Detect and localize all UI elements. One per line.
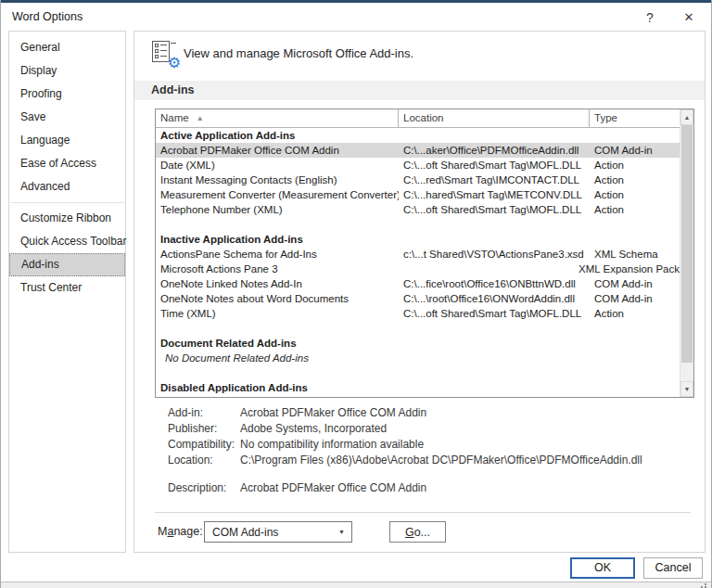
table-header-row: Name▲LocationType (156, 109, 680, 128)
table-group-row: Document Related Add-ins (156, 336, 680, 351)
column-header-type[interactable]: Type (590, 109, 680, 127)
cell-name: Acrobat PDFMaker Office COM Addin (156, 143, 399, 158)
word-options-dialog: Word Options ? ✕ GeneralDisplayProofingS… (0, 0, 712, 588)
sidebar-item-display[interactable]: Display (9, 59, 125, 83)
close-icon[interactable]: ✕ (678, 7, 700, 28)
gear-icon: ⚙ (168, 56, 181, 70)
cell-type: COM Add-in (590, 276, 680, 291)
group-header-label: Inactive Application Add-ins (156, 232, 680, 247)
cell-name: ActionsPane Schema for Add-Ins (156, 247, 399, 262)
sidebar-item-customize-ribbon[interactable]: Customize Ribbon (9, 207, 125, 230)
column-header-name[interactable]: Name▲ (156, 109, 399, 127)
table-row[interactable]: OneNote Linked Notes Add-InC:\...fice\ro… (156, 276, 680, 291)
cell-type: Action (590, 306, 680, 321)
column-header-location[interactable]: Location (399, 109, 590, 127)
sidebar-item-add-ins[interactable]: Add-ins (9, 253, 125, 276)
cell-name: Instant Messaging Contacts (English) (156, 173, 399, 187)
sidebar-item-general[interactable]: General (9, 36, 125, 59)
group-header-label: Document Related Add-ins (156, 336, 680, 351)
sidebar-separator (10, 202, 124, 203)
cell-type: Action (590, 158, 680, 173)
sidebar-item-proofing[interactable]: Proofing (9, 83, 125, 106)
sidebar-item-quick-access-toolbar[interactable]: Quick Access Toolbar (9, 230, 125, 253)
detail-row-compatibility: Compatibility:No compatibility informati… (168, 437, 642, 453)
group-header-label: Disabled Application Add-ins (156, 380, 680, 395)
sidebar-item-save[interactable]: Save (9, 106, 125, 129)
table-row[interactable]: Acrobat PDFMaker Office COM AddinC:\...a… (156, 143, 680, 158)
sidebar: GeneralDisplayProofingSaveLanguageEase o… (8, 31, 126, 553)
detail-row-add-in: Add-in:Acrobat PDFMaker Office COM Addin (168, 405, 642, 421)
detail-label: Publisher: (168, 421, 240, 437)
main-panel: ⚙ View and manage Microsoft Office Add-i… (134, 31, 706, 553)
sidebar-item-advanced[interactable]: Advanced (9, 175, 125, 198)
cancel-button[interactable]: Cancel (643, 557, 703, 579)
cell-location: C:\...oft Shared\Smart Tag\MOFL.DLL (399, 202, 590, 217)
table-blank-row (156, 321, 680, 336)
manage-dropdown-value: COM Add-ins (212, 526, 278, 539)
detail-label: Location: (168, 453, 240, 468)
detail-row-location: Location:C:\Program Files (x86)\Adobe\Ac… (168, 453, 642, 468)
table-group-row: Inactive Application Add-ins (156, 232, 680, 247)
cell-location: C:\...red\Smart Tag\IMCONTACT.DLL (399, 173, 590, 187)
table-note-row: No Disabled Application Add-ins (156, 395, 680, 397)
addins-gear-icon: ⚙ (152, 41, 176, 65)
cell-type: Action (590, 187, 680, 202)
table-group-row: Active Application Add-ins (156, 128, 680, 143)
table-row[interactable]: Telephone Number (XML)C:\...oft Shared\S… (156, 202, 680, 217)
sidebar-item-ease-of-access[interactable]: Ease of Access (9, 152, 125, 175)
scroll-thumb[interactable] (681, 125, 693, 363)
ok-button[interactable]: OK (570, 557, 635, 579)
scroll-down-icon[interactable]: ▼ (680, 381, 693, 397)
manage-separator (155, 512, 691, 513)
cell-location: C:\...fice\root\Office16\ONBttnWD.dll (399, 276, 590, 291)
detail-label: Add-in: (168, 405, 240, 421)
table-row[interactable]: Instant Messaging Contacts (English)C:\.… (156, 173, 680, 187)
go-button[interactable]: Go... (389, 521, 446, 543)
note-label: No Document Related Add-ins (156, 351, 680, 365)
help-icon[interactable]: ? (639, 7, 661, 28)
cell-name: Time (XML) (156, 306, 399, 321)
section-title: Add-ins (134, 81, 705, 100)
table-group-row: Disabled Application Add-ins (156, 380, 680, 395)
cell-type: Action (590, 173, 680, 187)
note-label: No Disabled Application Add-ins (156, 395, 680, 397)
cell-type: COM Add-in (590, 291, 680, 306)
sidebar-item-language[interactable]: Language (9, 129, 125, 152)
table-row[interactable]: Measurement Converter (Measurement Conve… (156, 187, 680, 202)
sort-ascending-icon: ▲ (197, 114, 204, 122)
cell-name: OneNote Notes about Word Documents (156, 291, 399, 306)
cell-name: OneNote Linked Notes Add-In (156, 276, 399, 291)
cell-location: C:\...oft Shared\Smart Tag\MOFL.DLL (399, 158, 590, 173)
table-blank-row (156, 217, 680, 232)
table-row[interactable]: ActionsPane Schema for Add-Insc:\...t Sh… (156, 247, 680, 262)
cell-location: C:\...oft Shared\Smart Tag\MOFL.DLL (399, 306, 590, 321)
detail-row-description: Description:Acrobat PDFMaker Office COM … (168, 480, 642, 496)
table-row[interactable]: OneNote Notes about Word DocumentsC:\...… (156, 291, 680, 306)
cell-location: C:\...aker\Office\PDFMOfficeAddin.dll (399, 143, 590, 158)
table-note-row: No Document Related Add-ins (156, 351, 680, 365)
resize-grip-icon[interactable] (705, 583, 706, 585)
table-row[interactable]: Date (XML)C:\...oft Shared\Smart Tag\MOF… (156, 158, 680, 173)
addins-section-bar: Add-ins (134, 81, 705, 100)
sidebar-item-trust-center[interactable]: Trust Center (9, 276, 125, 300)
group-header-label: Active Application Add-ins (156, 128, 680, 143)
cell-name: Telephone Number (XML) (156, 202, 399, 217)
table-row[interactable]: Microsoft Actions Pane 3XML Expansion Pa… (156, 262, 680, 276)
cell-type: Action (590, 202, 680, 217)
addins-table: Name▲LocationType Active Application Add… (155, 109, 694, 398)
detail-value: Acrobat PDFMaker Office COM Addin (240, 480, 426, 496)
cell-location (390, 262, 575, 276)
detail-label: Compatibility: (168, 437, 240, 453)
cell-type: COM Add-in (590, 143, 680, 158)
window-bottom-border (1, 582, 711, 588)
table-blank-row (156, 365, 680, 380)
table-row[interactable]: Time (XML)C:\...oft Shared\Smart Tag\MOF… (156, 306, 680, 321)
manage-dropdown[interactable]: COM Add-ins ▼ (204, 521, 352, 543)
scroll-up-icon[interactable]: ▲ (680, 109, 693, 125)
manage-row: Manage: COM Add-ins ▼ Go... (158, 520, 695, 544)
title-bar: Word Options ? ✕ (1, 3, 711, 31)
window-title: Word Options (12, 10, 83, 23)
cell-name: Measurement Converter (Measurement Conve… (156, 187, 399, 202)
table-vertical-scrollbar[interactable]: ▲ ▼ (680, 109, 693, 397)
detail-value: Adobe Systems, Incorporated (240, 421, 387, 437)
